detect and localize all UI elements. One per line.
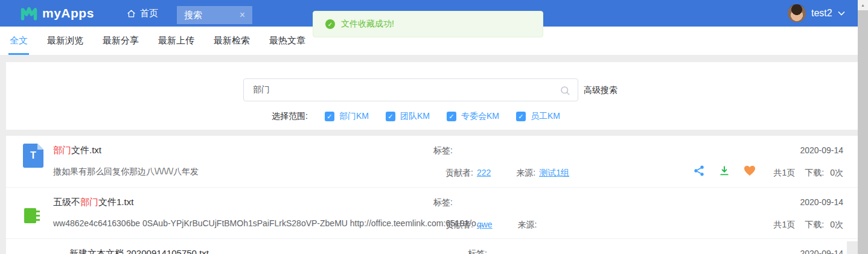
- result-row: T 部门文件.txt 撒如果有那么回复你那边八\/\/\/\/八年发 标签: 贡…: [6, 136, 858, 187]
- result-row: 五级不部门文件1.txt ww4862e4c6416306be 0SAub-YP…: [6, 187, 858, 238]
- tags-label: 标签:: [433, 197, 453, 208]
- search-box: [243, 78, 578, 101]
- advanced-search-link[interactable]: 高级搜索: [584, 85, 617, 96]
- page-count: 共1页: [774, 220, 796, 229]
- checkbox-checked-icon[interactable]: [516, 112, 526, 121]
- note-file-icon: [24, 208, 36, 223]
- share-icon[interactable]: [693, 165, 705, 177]
- scroll-corner: [847, 241, 858, 254]
- downloads-label: 下载:: [805, 168, 824, 177]
- tab-recent-views[interactable]: 最新浏览: [47, 27, 83, 55]
- result-date: 2020-09-14: [800, 249, 843, 254]
- tab-recent-shares[interactable]: 最新分享: [103, 27, 139, 55]
- result-meta: 贡献者: 222 来源: 测试1组: [445, 168, 569, 179]
- title-highlight: 部门: [53, 145, 71, 155]
- scope-label: 选择范围:: [272, 111, 308, 122]
- txt-file-icon: T: [23, 144, 43, 168]
- scrollbar[interactable]: [858, 0, 868, 254]
- home-icon: [127, 9, 136, 18]
- toast-message: 文件收藏成功!: [341, 19, 394, 30]
- title-text: 新建文本文档 20200914105750.txt: [69, 248, 209, 254]
- header-tab-search[interactable]: 搜索 ×: [177, 6, 252, 24]
- results-list: T 部门文件.txt 撒如果有那么回复你那边八\/\/\/\/八年发 标签: 贡…: [6, 136, 858, 254]
- logo-text: myApps: [42, 6, 94, 21]
- success-icon: [325, 19, 335, 29]
- user-menu[interactable]: test2: [788, 0, 845, 27]
- scope-team-km[interactable]: 团队KM: [386, 111, 430, 122]
- row-actions: [693, 165, 756, 177]
- result-description: 撒如果有那么回复你那边八\/\/\/\/八年发: [53, 167, 199, 177]
- downloads-count: 0次: [830, 168, 843, 177]
- tab-recent-searches[interactable]: 最新检索: [214, 27, 250, 55]
- source-label: 来源:: [518, 220, 537, 230]
- result-date: 2020-09-14: [800, 197, 843, 207]
- result-row: 新建文本文档 20200914105750.txt 标签: 2020-09-14: [6, 238, 858, 254]
- search-input[interactable]: [244, 79, 578, 101]
- logo[interactable]: myApps: [21, 0, 94, 27]
- result-meta: 贡献者: qwe 来源:: [445, 220, 540, 230]
- source-link[interactable]: 测试1组: [539, 168, 569, 179]
- result-stats: 共1页下载:0次: [774, 220, 843, 230]
- scope-committee-km[interactable]: 专委会KM: [447, 111, 499, 122]
- tags-label: 标签:: [468, 249, 487, 254]
- contributor-link[interactable]: 222: [477, 168, 491, 179]
- avatar: [788, 4, 806, 22]
- username: test2: [811, 8, 832, 19]
- contributor-link[interactable]: qwe: [477, 220, 493, 230]
- tab-fulltext[interactable]: 全文: [10, 27, 28, 55]
- title-text: 文件1.txt: [98, 197, 133, 207]
- scope-row: 选择范围: 部门KM 团队KM 专委会KM 员工KM: [272, 111, 560, 122]
- downloads-count: 0次: [830, 220, 843, 229]
- result-date: 2020-09-14: [800, 145, 843, 155]
- search-icon[interactable]: [560, 85, 570, 98]
- chevron-down-icon: [838, 11, 845, 16]
- result-stats: 共1页下载:0次: [774, 168, 843, 179]
- file-icon-letter: T: [30, 150, 36, 161]
- checkbox-checked-icon[interactable]: [447, 112, 456, 121]
- tab-hot-articles[interactable]: 最热文章: [269, 27, 305, 55]
- scope-dept-km[interactable]: 部门KM: [325, 111, 369, 122]
- contributor-label: 贡献者:: [445, 220, 473, 230]
- title-highlight: 部门: [80, 197, 98, 207]
- title-text: 五级不: [53, 197, 80, 207]
- source-label: 来源:: [516, 168, 535, 179]
- result-title[interactable]: 五级不部门文件1.txt: [53, 197, 133, 208]
- close-icon[interactable]: ×: [240, 10, 245, 20]
- favorite-heart-icon[interactable]: [744, 165, 756, 176]
- search-panel: 高级搜索 选择范围: 部门KM 团队KM 专委会KM 员工KM: [6, 62, 858, 130]
- tab-recent-uploads[interactable]: 最新上传: [158, 27, 194, 55]
- checkbox-checked-icon[interactable]: [325, 112, 334, 121]
- downloads-label: 下载:: [805, 220, 824, 229]
- logo-m-icon: [21, 6, 37, 21]
- scroll-up-arrow-icon[interactable]: [858, 0, 868, 10]
- tags-label: 标签:: [433, 145, 453, 156]
- nav-home[interactable]: 首页: [127, 0, 158, 27]
- checkbox-checked-icon[interactable]: [386, 112, 395, 121]
- scrollbar-thumb[interactable]: [858, 10, 868, 254]
- app-root: myApps 首页 搜索 × test2 文件收藏成功! 全文 最新浏览 最新分…: [0, 0, 868, 254]
- page-count: 共1页: [774, 168, 796, 177]
- title-text: 文件.txt: [71, 145, 101, 155]
- result-description: ww4862e4c6416306be 0SAub-YPjKrBuCUjFtBMO…: [53, 218, 483, 228]
- contributor-label: 贡献者:: [445, 168, 473, 179]
- result-title[interactable]: 部门文件.txt: [53, 145, 101, 156]
- download-icon[interactable]: [719, 165, 730, 176]
- search-tab-label: 搜索: [184, 10, 202, 21]
- nav-home-label: 首页: [140, 8, 158, 19]
- result-title[interactable]: 新建文本文档 20200914105750.txt: [69, 248, 209, 254]
- success-toast: 文件收藏成功!: [313, 11, 543, 37]
- scope-employee-km[interactable]: 员工KM: [516, 111, 560, 122]
